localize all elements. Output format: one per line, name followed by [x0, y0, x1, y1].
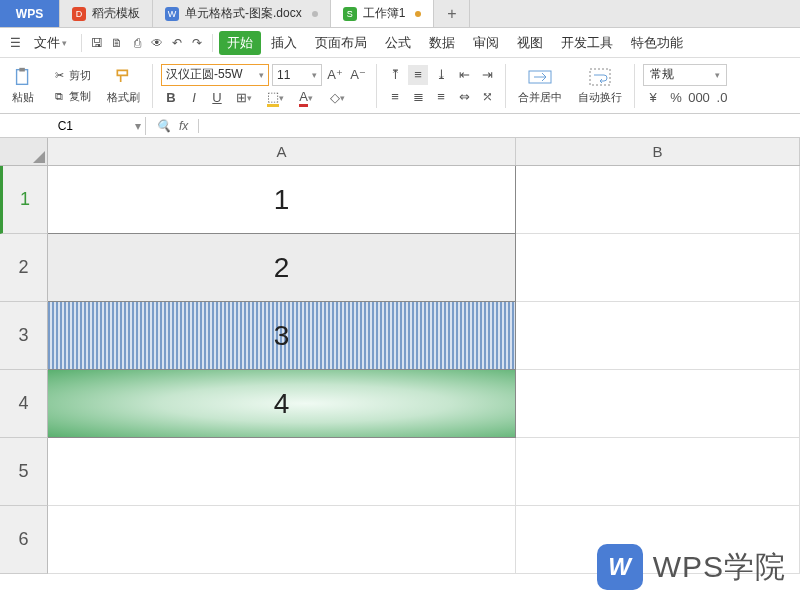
name-box[interactable]: ▾	[0, 117, 146, 135]
fx-icon[interactable]: fx	[179, 119, 188, 133]
paste-icon	[10, 66, 36, 88]
menu-view[interactable]: 视图	[509, 31, 551, 55]
cell-b2[interactable]	[516, 234, 800, 302]
orientation-icon[interactable]: ⤱	[477, 87, 497, 107]
merge-across-icon[interactable]: ⇔	[454, 87, 474, 107]
menu-review[interactable]: 审阅	[465, 31, 507, 55]
wrap-text-button[interactable]: 自动换行	[574, 64, 626, 107]
scissors-icon: ✂	[52, 68, 66, 82]
tab-workbook[interactable]: S 工作簿1	[331, 0, 435, 27]
tab-document[interactable]: W 单元格格式-图案.docx	[153, 0, 331, 27]
comma-icon[interactable]: 000	[689, 88, 709, 108]
name-box-input[interactable]	[0, 117, 131, 135]
formula-bar: ▾ 🔍 fx	[0, 114, 800, 138]
svg-rect-1	[19, 68, 24, 72]
row-header-6[interactable]: 6	[0, 506, 48, 574]
docer-icon: D	[72, 7, 86, 21]
watermark-text: WPS学院	[653, 547, 786, 588]
menu-dev[interactable]: 开发工具	[553, 31, 621, 55]
watermark: W WPS学院	[597, 544, 786, 590]
select-all-corner[interactable]	[0, 138, 48, 165]
spreadsheet-grid: A B 1 1 2 2 3 3 4 4 5 6	[0, 138, 800, 574]
merge-center-button[interactable]: 合并居中	[514, 64, 566, 107]
align-left-icon[interactable]: ≡	[385, 87, 405, 107]
align-right-icon[interactable]: ≡	[431, 87, 451, 107]
decrease-font-icon[interactable]: A⁻	[348, 65, 368, 85]
merge-icon	[527, 66, 553, 88]
cell-b4[interactable]	[516, 370, 800, 438]
cell-a2[interactable]: 2	[48, 234, 516, 302]
menu-start[interactable]: 开始	[219, 31, 261, 55]
print-icon[interactable]: ⎙	[128, 34, 146, 52]
tab-bar: WPS D 稻壳模板 W 单元格格式-图案.docx S 工作簿1 +	[0, 0, 800, 28]
cell-b5[interactable]	[516, 438, 800, 506]
menu-special[interactable]: 特色功能	[623, 31, 691, 55]
align-middle-icon[interactable]: ≡	[408, 65, 428, 85]
cell-a5[interactable]	[48, 438, 516, 506]
col-header-b[interactable]: B	[516, 138, 800, 165]
fill-color-icon[interactable]: ⬚▾	[261, 88, 289, 108]
decrease-decimal-icon[interactable]: .0	[712, 88, 732, 108]
align-center-icon[interactable]: ≣	[408, 87, 428, 107]
saveas-icon[interactable]: 🗎	[108, 34, 126, 52]
menu-formula[interactable]: 公式	[377, 31, 419, 55]
cell-a4[interactable]: 4	[48, 370, 516, 438]
copy-icon: ⧉	[52, 89, 66, 103]
cell-b1[interactable]	[516, 166, 800, 234]
border-icon[interactable]: ⊞▾	[230, 88, 258, 108]
dirty-dot-icon	[415, 11, 421, 17]
tab-wps[interactable]: WPS	[0, 0, 60, 27]
font-size-select[interactable]: 11▾	[272, 64, 322, 86]
bold-icon[interactable]: B	[161, 88, 181, 108]
col-header-a[interactable]: A	[48, 138, 516, 165]
increase-font-icon[interactable]: A⁺	[325, 65, 345, 85]
cell-a3[interactable]: 3	[48, 302, 516, 370]
row-header-3[interactable]: 3	[0, 302, 48, 370]
font-name-select[interactable]: 汉仪正圆-55W▾	[161, 64, 269, 86]
hamburger-icon[interactable]: ☰	[6, 34, 24, 52]
print-preview-icon[interactable]: 👁	[148, 34, 166, 52]
row-header-5[interactable]: 5	[0, 438, 48, 506]
undo-icon[interactable]: ↶	[168, 34, 186, 52]
toolbar: 粘贴 ✂剪切 ⧉复制 格式刷 汉仪正圆-55W▾ 11▾ A⁺ A⁻ B I U…	[0, 58, 800, 114]
number-format-select[interactable]: 常规▾	[643, 64, 727, 86]
wrap-icon	[587, 66, 613, 88]
format-painter-button[interactable]: 格式刷	[103, 64, 144, 107]
paste-button[interactable]: 粘贴	[6, 64, 40, 107]
cell-b3[interactable]	[516, 302, 800, 370]
align-bottom-icon[interactable]: ⤓	[431, 65, 451, 85]
italic-icon[interactable]: I	[184, 88, 204, 108]
cell-a6[interactable]	[48, 506, 516, 574]
menu-data[interactable]: 数据	[421, 31, 463, 55]
chevron-down-icon[interactable]: ▾	[131, 119, 145, 133]
indent-increase-icon[interactable]: ⇥	[477, 65, 497, 85]
indent-decrease-icon[interactable]: ⇤	[454, 65, 474, 85]
row-header-1[interactable]: 1	[0, 166, 48, 234]
brush-icon	[111, 66, 137, 88]
row-header-2[interactable]: 2	[0, 234, 48, 302]
font-color-icon[interactable]: A▾	[292, 88, 320, 108]
align-top-icon[interactable]: ⤒	[385, 65, 405, 85]
percent-icon[interactable]: %	[666, 88, 686, 108]
menu-bar: ☰ 文件▾ 🖫 🗎 ⎙ 👁 ↶ ↷ 开始 插入 页面布局 公式 数据 审阅 视图…	[0, 28, 800, 58]
clear-format-icon[interactable]: ◇▾	[323, 88, 351, 108]
dirty-dot-icon	[312, 11, 318, 17]
menu-file[interactable]: 文件▾	[26, 31, 75, 55]
cell-a1[interactable]: 1	[48, 166, 516, 234]
tab-docer[interactable]: D 稻壳模板	[60, 0, 153, 27]
underline-icon[interactable]: U	[207, 88, 227, 108]
row-header-4[interactable]: 4	[0, 370, 48, 438]
search-icon[interactable]: 🔍	[156, 119, 171, 133]
save-icon[interactable]: 🖫	[88, 34, 106, 52]
menu-insert[interactable]: 插入	[263, 31, 305, 55]
svg-rect-0	[17, 70, 28, 85]
redo-icon[interactable]: ↷	[188, 34, 206, 52]
sheet-icon: S	[343, 7, 357, 21]
currency-icon[interactable]: ¥	[643, 88, 663, 108]
menu-pagelayout[interactable]: 页面布局	[307, 31, 375, 55]
copy-button[interactable]: ⧉复制	[48, 87, 95, 106]
new-tab-button[interactable]: +	[434, 0, 470, 27]
cut-button[interactable]: ✂剪切	[48, 66, 95, 85]
word-icon: W	[165, 7, 179, 21]
wps-logo-icon: W	[597, 544, 643, 590]
